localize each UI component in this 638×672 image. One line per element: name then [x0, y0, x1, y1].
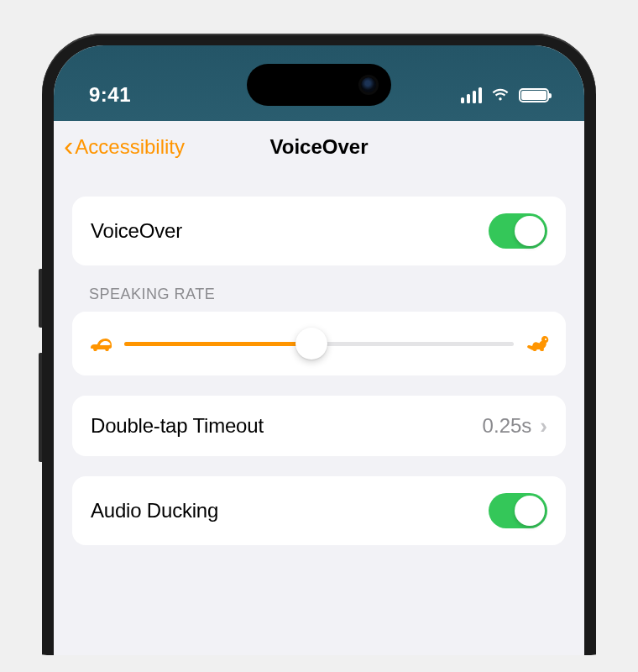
battery-icon: [519, 88, 549, 102]
phone-frame: 9:41 ‹ Accessibility VoiceOver: [42, 34, 596, 655]
double-tap-timeout-row[interactable]: Double-tap Timeout 0.25s ›: [72, 396, 566, 456]
voiceover-toggle-row: VoiceOver: [72, 197, 566, 265]
page-title: VoiceOver: [270, 135, 369, 159]
double-tap-group: Double-tap Timeout 0.25s ›: [72, 396, 566, 456]
slider-fill: [124, 342, 311, 346]
voiceover-switch[interactable]: [489, 213, 547, 249]
audio-ducking-label: Audio Ducking: [91, 499, 218, 522]
voiceover-toggle-label: VoiceOver: [91, 219, 182, 243]
status-icons: [448, 87, 549, 103]
double-tap-value-container: 0.25s ›: [483, 413, 547, 439]
wifi-icon: [490, 87, 510, 102]
audio-ducking-group: Audio Ducking: [72, 476, 566, 545]
navigation-bar: ‹ Accessibility VoiceOver: [54, 121, 584, 173]
speaking-rate-group: SPEAKING RATE: [72, 286, 566, 375]
front-camera: [361, 77, 376, 92]
double-tap-label: Double-tap Timeout: [91, 414, 264, 438]
slider-thumb[interactable]: [295, 328, 327, 360]
tortoise-icon: [87, 333, 114, 354]
settings-content: ‹ Accessibility VoiceOver VoiceOver SPEA…: [54, 121, 584, 655]
dynamic-island: [247, 64, 391, 106]
chevron-left-icon: ‹: [64, 131, 73, 160]
back-button[interactable]: ‹ Accessibility: [64, 134, 185, 160]
chevron-right-icon: ›: [540, 413, 547, 439]
back-label: Accessibility: [75, 135, 185, 159]
status-time: 9:41: [89, 83, 190, 107]
audio-ducking-switch[interactable]: [489, 493, 547, 528]
speaking-rate-slider[interactable]: [124, 328, 514, 359]
cellular-icon: [461, 87, 483, 103]
phone-screen: 9:41 ‹ Accessibility VoiceOver: [54, 45, 584, 655]
device-frame-container: 9:41 ‹ Accessibility VoiceOver: [17, 17, 621, 655]
voiceover-toggle-group: VoiceOver: [72, 197, 566, 265]
speaking-rate-row: [72, 312, 566, 375]
speaking-rate-header: SPEAKING RATE: [89, 286, 549, 303]
double-tap-value: 0.25s: [483, 414, 532, 438]
audio-ducking-row: Audio Ducking: [72, 476, 566, 545]
hare-icon: [524, 333, 551, 354]
